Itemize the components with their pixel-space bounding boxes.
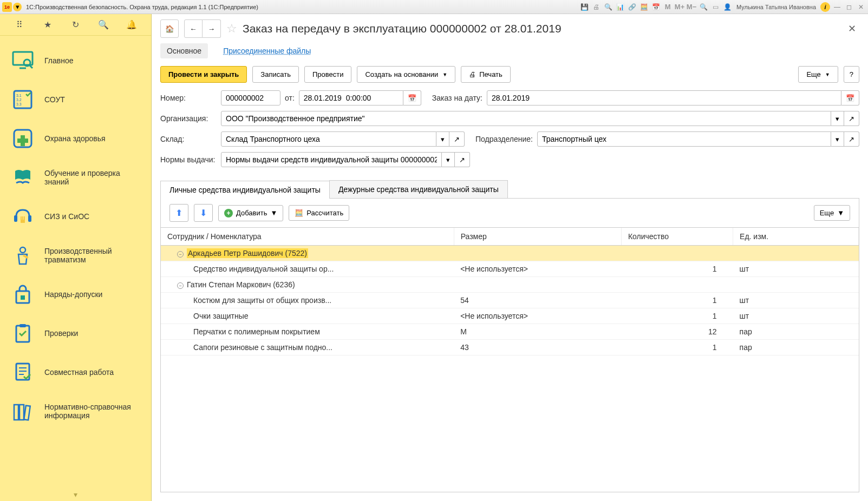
sidebar-item-nsi[interactable]: Нормативно-справочная информация: [0, 392, 151, 431]
order-date-input[interactable]: [487, 90, 841, 106]
svg-text:3.2: 3.2: [16, 98, 22, 102]
compare-icon[interactable]: 📊: [615, 2, 625, 12]
health-plus-icon: [10, 127, 36, 150]
print-icon[interactable]: 🖨: [591, 2, 601, 12]
dropdown-icon[interactable]: ▾: [831, 111, 844, 126]
dept-input[interactable]: [537, 131, 831, 147]
open-icon[interactable]: ↗: [449, 131, 465, 147]
dropdown-icon[interactable]: ▾: [831, 131, 844, 147]
sidebar-items: Главное 3.13.23.3 СОУТ Охрана здоровья О…: [0, 36, 151, 488]
tab-personal-siz[interactable]: Личные средства индивидуальной защиты: [160, 181, 330, 199]
memory-m[interactable]: M: [663, 2, 673, 12]
calendar-icon[interactable]: 📅: [651, 2, 661, 12]
move-up-button[interactable]: ⬆: [169, 204, 188, 222]
col-unit[interactable]: Ед. изм.: [733, 228, 859, 246]
table-row[interactable]: Сапоги резиновые с защитным подно...431п…: [161, 340, 859, 355]
dropdown-icon[interactable]: ▾: [436, 131, 449, 147]
save-icon[interactable]: 💾: [579, 2, 589, 12]
titlebar-toolbar: 💾 🖨 🔍 📊 🔗 🧮 📅 M M+ M− 🔍 ▭ 👤 Мулькина Тат…: [579, 2, 866, 12]
table-more-button[interactable]: Еще▼: [814, 205, 850, 221]
move-down-button[interactable]: ⬇: [194, 204, 213, 222]
user-name[interactable]: Мулькина Татьяна Ивановна: [734, 4, 818, 10]
table-group-row[interactable]: −Аркадьев Петр Рашидович (7522): [161, 246, 859, 261]
page-title: Заказ на передачу в эксплуатацию 0000000…: [243, 22, 839, 35]
favorite-star-icon[interactable]: ☆: [226, 22, 237, 36]
link-icon[interactable]: 🔗: [627, 2, 637, 12]
favorites-icon[interactable]: ★: [41, 18, 54, 31]
tab-main[interactable]: Основное: [160, 43, 208, 58]
number-input[interactable]: [221, 90, 280, 106]
collapse-icon[interactable]: −: [177, 251, 184, 258]
sidebar-item-health[interactable]: Охрана здоровья: [0, 119, 151, 158]
table-row[interactable]: Очки защитные<Не используется>1шт: [161, 308, 859, 324]
search-icon[interactable]: 🔍: [97, 18, 110, 31]
add-button[interactable]: +Добавить▼: [218, 205, 283, 221]
zoom-icon[interactable]: 🔍: [699, 2, 708, 12]
table-row[interactable]: Костюм для защиты от общих произв...541ш…: [161, 293, 859, 308]
table-row[interactable]: Перчатки с полимерным покрытиемM12пар: [161, 324, 859, 340]
sidebar-item-permits[interactable]: Наряды-допуски: [0, 275, 151, 314]
form-area: Номер: от: 📅 Заказ на дату: 📅 Организаци…: [152, 90, 868, 180]
memory-m-minus[interactable]: M−: [687, 2, 696, 12]
sidebar-item-main[interactable]: Главное: [0, 41, 151, 80]
sidebar-item-checks[interactable]: Проверки: [0, 314, 151, 353]
table-wrap: Сотрудник / Номенклатура Размер Количест…: [160, 228, 859, 492]
more-button[interactable]: Еще▼: [798, 66, 838, 83]
col-employee[interactable]: Сотрудник / Номенклатура: [161, 228, 454, 246]
sidebar-item-siz[interactable]: СИЗ и СиОС: [0, 197, 151, 236]
org-input[interactable]: [221, 111, 831, 126]
warehouse-input[interactable]: [221, 131, 436, 147]
memory-m-plus[interactable]: M+: [675, 2, 684, 12]
from-date-input[interactable]: [299, 90, 403, 106]
calculate-button[interactable]: 🧮Рассчитать: [289, 205, 349, 221]
table-row[interactable]: Средство индивидуальной защиты ор...<Не …: [161, 261, 859, 277]
print-button[interactable]: 🖨Печать: [461, 66, 511, 83]
forward-button[interactable]: →: [203, 19, 221, 38]
close-tab-icon[interactable]: ✕: [845, 23, 859, 35]
col-qty[interactable]: Количество: [621, 228, 733, 246]
calendar-icon[interactable]: 📅: [841, 90, 859, 106]
col-size[interactable]: Размер: [454, 228, 621, 246]
action-bar: Провести и закрыть Записать Провести Соз…: [152, 58, 868, 90]
tab-files[interactable]: Присоединенные файлы: [217, 43, 317, 58]
close-window-icon[interactable]: ✕: [856, 2, 866, 12]
minimize-icon[interactable]: —: [832, 2, 842, 12]
write-button[interactable]: Записать: [252, 66, 299, 83]
maximize-icon[interactable]: ◻: [844, 2, 854, 12]
open-icon[interactable]: ↗: [844, 131, 859, 147]
sidebar-collapse[interactable]: ▾: [0, 488, 151, 501]
collapse-icon[interactable]: −: [177, 282, 184, 289]
printer-icon: 🖨: [469, 70, 476, 78]
home-button[interactable]: 🏠: [160, 19, 179, 38]
sidebar-item-label: СОУТ: [44, 95, 141, 104]
sidebar-item-training[interactable]: Обучение и проверка знаний: [0, 158, 151, 197]
back-button[interactable]: ←: [184, 19, 203, 38]
sidebar-item-injury[interactable]: Производственный травматизм: [0, 236, 151, 275]
create-based-button[interactable]: Создать на основании▼: [357, 66, 455, 83]
calendar-icon[interactable]: 📅: [403, 90, 421, 106]
dropdown-icon[interactable]: ▾: [442, 152, 455, 167]
help-button[interactable]: ?: [844, 66, 859, 83]
norms-input[interactable]: [221, 152, 442, 167]
window-title: 1С:Производственная безопасность. Охрана…: [26, 4, 579, 10]
dept-label: Подразделение:: [475, 135, 533, 143]
post-button[interactable]: Провести: [304, 66, 352, 83]
panel-icon[interactable]: ▭: [710, 2, 720, 12]
open-icon[interactable]: ↗: [455, 152, 470, 167]
apps-icon[interactable]: ⠿: [13, 18, 26, 31]
calc-icon[interactable]: 🧮: [639, 2, 649, 12]
table-group-row[interactable]: −Гатин Степан Маркович (6236): [161, 277, 859, 293]
info-icon[interactable]: i: [820, 2, 830, 12]
open-icon[interactable]: ↗: [844, 111, 859, 126]
app-menu-dropdown[interactable]: ▾: [13, 3, 22, 11]
sidebar-item-sout[interactable]: 3.13.23.3 СОУТ: [0, 80, 151, 119]
sidebar-item-collab[interactable]: Совместная работа: [0, 353, 151, 392]
notifications-icon[interactable]: 🔔: [125, 18, 138, 31]
svg-rect-22: [19, 405, 24, 420]
tab-duty-siz[interactable]: Дежурные средства индивидуальной защиты: [329, 180, 508, 198]
history-icon[interactable]: ↻: [69, 18, 82, 31]
plus-icon: +: [224, 209, 233, 217]
post-close-button[interactable]: Провести и закрыть: [160, 66, 247, 83]
doc-check-icon: [10, 360, 36, 384]
preview-icon[interactable]: 🔍: [603, 2, 613, 12]
